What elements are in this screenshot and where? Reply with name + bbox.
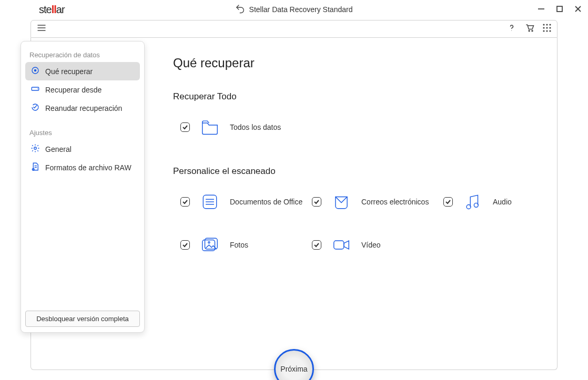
category-label: Todos los datos <box>230 123 281 131</box>
brand-logo: stellar <box>39 4 65 16</box>
sidebar-section-settings: Ajustes <box>25 127 140 140</box>
mail-icon <box>331 191 352 212</box>
svg-point-13 <box>543 27 544 28</box>
category-videos: Vídeo <box>312 234 443 255</box>
checkbox-videos[interactable] <box>312 240 321 250</box>
svg-point-15 <box>549 27 551 28</box>
category-all-data: Todos los datos <box>180 117 546 138</box>
sidebar-item-general[interactable]: General <box>25 140 140 158</box>
music-icon <box>462 191 483 212</box>
category-label: Correos electrónicos <box>361 198 429 206</box>
unlock-full-version-button[interactable]: Desbloquear versión completa <box>25 311 140 327</box>
category-emails: Correos electrónicos <box>312 191 443 212</box>
minimize-button[interactable] <box>538 5 545 14</box>
svg-point-7 <box>511 30 512 31</box>
page-title: Qué recuperar <box>173 56 546 70</box>
svg-point-22 <box>37 88 38 89</box>
resume-icon <box>31 102 40 114</box>
svg-point-10 <box>543 24 544 25</box>
maximize-button[interactable] <box>556 5 563 14</box>
svg-point-12 <box>549 24 551 25</box>
gear-icon <box>31 143 40 155</box>
svg-rect-1 <box>557 6 562 12</box>
cart-button[interactable] <box>524 23 535 35</box>
window-title: Stellar Data Recovery Standard <box>236 4 353 15</box>
sidebar-item-label: Qué recuperar <box>45 67 93 76</box>
category-photos: Fotos <box>180 234 312 255</box>
close-button[interactable] <box>574 5 582 14</box>
checkbox-photos[interactable] <box>180 240 190 250</box>
svg-point-11 <box>546 24 548 25</box>
svg-point-16 <box>543 30 544 32</box>
video-icon <box>331 234 352 255</box>
svg-point-8 <box>529 30 530 32</box>
category-label: Documentos de Office <box>230 198 302 206</box>
category-office-documents: Documentos de Office <box>180 191 312 212</box>
sidebar-item-label: Recuperar desde <box>45 86 102 94</box>
category-label: Audio <box>493 198 512 206</box>
drive-icon <box>31 84 40 95</box>
category-label: Vídeo <box>361 241 381 249</box>
svg-point-20 <box>34 69 37 72</box>
sidebar-item-label: Formatos de archivo RAW <box>45 163 131 172</box>
sidebar-item-resume-recovery[interactable]: Reanudar recuperación <box>25 99 140 117</box>
file-icon <box>31 162 40 173</box>
svg-point-9 <box>532 30 533 32</box>
folder-icon <box>199 117 220 138</box>
svg-point-14 <box>546 27 548 28</box>
sidebar: Recuperación de datos Qué recuperar Recu… <box>21 41 145 333</box>
main-frame: Recuperación de datos Qué recuperar Recu… <box>31 38 557 370</box>
category-label: Fotos <box>230 241 248 249</box>
customize-heading: Personalice el escaneado <box>173 166 546 177</box>
sidebar-item-label: General <box>45 145 72 153</box>
help-button[interactable] <box>506 23 517 35</box>
apps-button[interactable] <box>542 23 552 35</box>
document-icon <box>199 191 220 212</box>
svg-point-17 <box>546 30 548 32</box>
checkbox-emails[interactable] <box>312 197 321 207</box>
next-button[interactable]: Próxima <box>274 349 314 380</box>
sidebar-item-raw-formats[interactable]: Formatos de archivo RAW <box>25 158 140 177</box>
sidebar-item-recover-from[interactable]: Recuperar desde <box>25 80 140 99</box>
sidebar-item-label: Reanudar recuperación <box>45 104 122 112</box>
category-audio: Audio <box>443 191 575 212</box>
target-icon <box>31 66 40 77</box>
menu-button[interactable] <box>36 23 47 35</box>
sidebar-item-what-to-recover[interactable]: Qué recuperar <box>25 62 140 80</box>
checkbox-audio[interactable] <box>443 197 453 207</box>
svg-point-35 <box>208 242 210 243</box>
undo-icon <box>236 4 245 15</box>
sidebar-section-recovery: Recuperación de datos <box>25 49 140 62</box>
titlebar: stellar Stellar Data Recovery Standard <box>0 0 588 19</box>
checkbox-all-data[interactable] <box>180 122 190 132</box>
content: Qué recuperar Recuperar Todo Todos los d… <box>173 56 546 255</box>
svg-point-23 <box>34 147 37 150</box>
toolbar <box>31 20 557 38</box>
checkbox-office-documents[interactable] <box>180 197 190 207</box>
recover-all-heading: Recuperar Todo <box>173 91 546 102</box>
svg-point-18 <box>549 30 551 32</box>
photo-icon <box>199 234 220 255</box>
svg-rect-36 <box>334 241 344 249</box>
